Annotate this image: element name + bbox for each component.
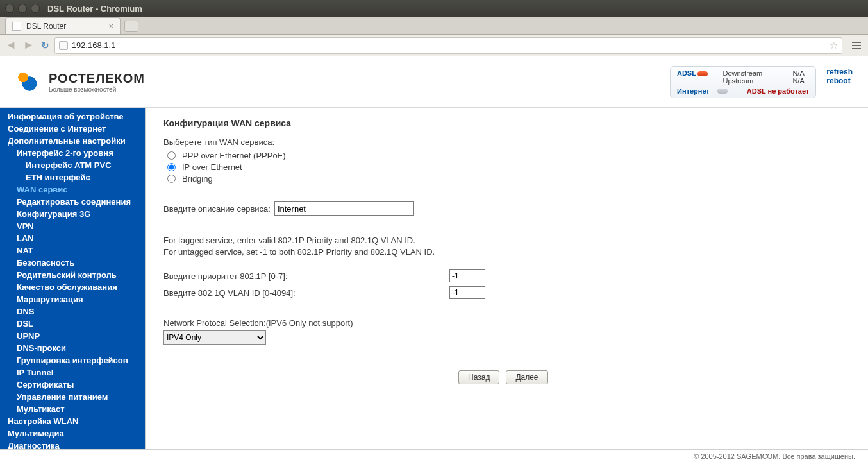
sidebar-item[interactable]: Мультикаст	[0, 403, 145, 415]
close-window-icon[interactable]	[5, 4, 14, 13]
sidebar-item[interactable]: LAN	[0, 232, 145, 244]
internet-label: Интернет	[677, 87, 710, 95]
hint-line-1: For tagged service, enter valid 802.1P P…	[163, 235, 850, 246]
service-desc-label: Введите описание сервиса:	[163, 204, 271, 214]
adsl-error: ADSL не работает	[747, 87, 810, 95]
sidebar-item[interactable]: IP Tunnel	[0, 366, 145, 379]
sidebar-item[interactable]: Группировка интерфейсов	[0, 354, 145, 366]
maximize-window-icon[interactable]	[31, 4, 40, 13]
priority-input[interactable]	[449, 270, 485, 282]
protocol-select[interactable]: IPV4 Only	[163, 330, 266, 345]
adsl-label: ADSL	[677, 69, 696, 77]
radio-pppoe[interactable]	[167, 151, 176, 160]
radio-ipoe-label: IP over Ethernet	[182, 162, 242, 172]
sidebar-item[interactable]: Конфигурация 3G	[0, 208, 145, 220]
sidebar-item[interactable]: Информация об устройстве	[0, 110, 145, 123]
site-icon	[59, 41, 68, 50]
sidebar-item[interactable]: WAN сервис	[0, 184, 145, 196]
internet-led-icon	[717, 89, 728, 94]
service-desc-input[interactable]	[274, 201, 414, 216]
sidebar-item[interactable]: Дополнительные настройки	[0, 135, 145, 147]
sidebar-item[interactable]: NAT	[0, 244, 145, 257]
browser-menu-icon[interactable]	[849, 38, 864, 53]
page: РОСТЕЛЕКОМ Больше возможностей ADSL Down…	[0, 56, 868, 462]
sidebar: Информация об устройствеСоединение с Инт…	[0, 108, 145, 449]
upstream-value: N/A	[792, 77, 809, 85]
forward-icon[interactable]: ►	[22, 38, 36, 52]
browser-tab[interactable]: DSL Router ×	[5, 17, 121, 34]
upstream-label: Upstream	[722, 77, 767, 85]
action-links: refresh reboot	[822, 66, 856, 87]
logo-icon	[14, 66, 40, 98]
hint-block: For tagged service, enter valid 802.1P P…	[163, 235, 850, 258]
reboot-link[interactable]: reboot	[826, 76, 850, 85]
page-icon	[12, 22, 21, 31]
vlan-input[interactable]	[449, 286, 485, 299]
content: Конфигурация WAN сервиса Выберете тип WA…	[145, 108, 868, 449]
page-heading: Конфигурация WAN сервиса	[163, 118, 850, 128]
footer-text: © 2005-2012 SAGEMCOM. Все права защищены…	[694, 452, 855, 460]
refresh-link[interactable]: refresh	[826, 67, 853, 76]
sidebar-item[interactable]: Интерфейс 2-го уровня	[0, 147, 145, 159]
minimize-window-icon[interactable]	[18, 4, 27, 13]
adsl-led-icon	[697, 71, 708, 76]
footer: © 2005-2012 SAGEMCOM. Все права защищены…	[0, 449, 868, 462]
sidebar-item[interactable]: UPNP	[0, 330, 145, 342]
radio-pppoe-label: PPP over Ethernet (PPPoE)	[182, 151, 286, 160]
sidebar-item[interactable]: ETH интерфейс	[0, 171, 145, 184]
vlan-label: Введите 802.1Q VLAN ID [0-4094]:	[163, 288, 449, 298]
bookmark-icon[interactable]: ☆	[830, 40, 838, 51]
radio-ipoe[interactable]	[167, 163, 176, 171]
sidebar-item[interactable]: Диагностика	[0, 440, 145, 449]
radio-bridge-label: Bridging	[182, 174, 213, 184]
address-text: 192.168.1.1	[72, 40, 116, 50]
browser-tabstrip: DSL Router ×	[0, 17, 868, 35]
address-bar[interactable]: 192.168.1.1 ☆	[54, 37, 842, 54]
router-header: РОСТЕЛЕКОМ Больше возможностей ADSL Down…	[0, 56, 868, 108]
back-button[interactable]: Назад	[458, 370, 499, 384]
new-tab-button[interactable]	[124, 21, 138, 32]
sidebar-item[interactable]: Маршрутизация	[0, 293, 145, 305]
radio-bridge[interactable]	[167, 175, 176, 183]
status-panel: ADSL Downstream N/A Upstream N/A Интерне…	[670, 66, 816, 98]
brand-tagline: Больше возможностей	[49, 86, 145, 93]
downstream-value: N/A	[792, 69, 809, 77]
back-icon[interactable]: ◄	[4, 38, 18, 52]
brand-name: РОСТЕЛЕКОМ	[49, 71, 145, 86]
priority-label: Введите приоритет 802.1P [0-7]:	[163, 271, 449, 281]
sidebar-item[interactable]: VPN	[0, 220, 145, 232]
browser-toolbar: ◄ ► ↻ 192.168.1.1 ☆	[0, 35, 868, 56]
sidebar-item[interactable]: Сертификаты	[0, 379, 145, 391]
status-box: ADSL Downstream N/A Upstream N/A Интерне…	[670, 66, 856, 98]
sidebar-item[interactable]: Мультимедиа	[0, 427, 145, 440]
logo: РОСТЕЛЕКОМ Больше возможностей	[14, 66, 145, 98]
wan-type-label: Выберете тип WAN сервиса:	[163, 137, 850, 147]
hint-line-2: For untagged service, set -1 to both 802…	[163, 246, 850, 258]
window-controls	[5, 4, 40, 13]
sidebar-item[interactable]: Редактировать соединения	[0, 196, 145, 208]
sidebar-item[interactable]: Управление питанием	[0, 391, 145, 403]
sidebar-item[interactable]: Качество обслуживания	[0, 281, 145, 293]
window-title: DSL Router - Chromium	[47, 4, 142, 13]
sidebar-item[interactable]: Безопасность	[0, 257, 145, 269]
close-tab-icon[interactable]: ×	[108, 21, 113, 31]
os-titlebar: DSL Router - Chromium	[0, 0, 868, 17]
next-button[interactable]: Далее	[506, 370, 547, 384]
sidebar-item[interactable]: DNS	[0, 305, 145, 318]
tab-title: DSL Router	[26, 22, 66, 31]
router-body: Информация об устройствеСоединение с Инт…	[0, 108, 868, 449]
downstream-label: Downstream	[722, 69, 767, 77]
sidebar-item[interactable]: Настройка WLAN	[0, 415, 145, 427]
protocol-label: Network Protocal Selection:(IPV6 Only no…	[163, 318, 850, 328]
sidebar-item[interactable]: Родительский контроль	[0, 269, 145, 281]
reload-icon[interactable]: ↻	[40, 40, 51, 51]
sidebar-item[interactable]: DNS-прокси	[0, 342, 145, 354]
sidebar-item[interactable]: Интерфейс ATM PVC	[0, 159, 145, 171]
sidebar-item[interactable]: DSL	[0, 318, 145, 330]
sidebar-item[interactable]: Соединение с Интернет	[0, 123, 145, 135]
